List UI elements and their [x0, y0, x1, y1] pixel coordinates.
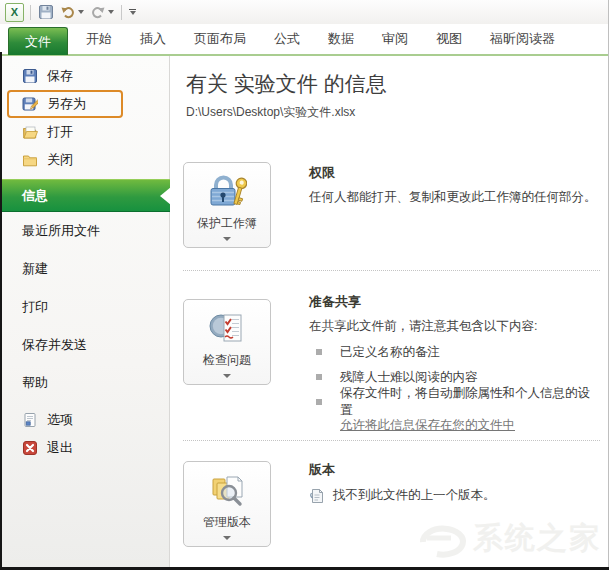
caret-down-icon	[223, 374, 231, 378]
undo-button[interactable]	[59, 2, 85, 22]
undo-dropdown-caret-icon[interactable]	[78, 10, 84, 14]
excel-app-icon: X	[5, 3, 24, 22]
section-heading: 权限	[309, 164, 597, 182]
tab-home[interactable]: 开始	[72, 24, 126, 54]
sidebar-item-label: 最近所用文件	[22, 222, 100, 240]
sidebar-item-label: 打印	[22, 298, 48, 316]
protect-workbook-button[interactable]: 保护工作簿	[183, 162, 271, 248]
button-label: 检查问题	[203, 352, 251, 369]
section-permissions: 保护工作簿 权限 任何人都能打开、复制和更改此工作簿的任何部分。	[183, 158, 600, 270]
sidebar-item-options[interactable]: 选项	[0, 406, 169, 434]
redo-button[interactable]	[89, 2, 115, 22]
sidebar-item-print[interactable]: 打印	[0, 288, 169, 326]
backstage-sidebar: 保存 另存为 打开	[0, 56, 170, 567]
sidebar-item-save[interactable]: 保存	[0, 62, 169, 90]
button-label: 管理版本	[203, 514, 251, 531]
save-icon	[38, 4, 54, 20]
customize-qat-button[interactable]	[128, 2, 137, 22]
sidebar-item-label: 选项	[47, 411, 73, 429]
tab-foxit-reader[interactable]: 福昕阅读器	[476, 24, 569, 54]
tab-review[interactable]: 审阅	[368, 24, 422, 54]
sidebar-item-save-and-send[interactable]: 保存并发送	[0, 326, 169, 364]
list-item-text: 残障人士难以阅读的内容	[340, 369, 478, 386]
caret-down-icon	[223, 536, 231, 540]
sidebar-item-new[interactable]: 新建	[0, 250, 169, 288]
backstage-info-pane: 有关 实验文件 的信息 D:\Users\Desktop\实验文件.xlsx	[171, 56, 608, 567]
manage-versions-button[interactable]: 管理版本	[183, 461, 271, 547]
title-bar: X	[0, 0, 609, 24]
version-file-icon	[309, 488, 325, 504]
tab-view[interactable]: 视图	[422, 24, 476, 54]
sidebar-item-help[interactable]: 帮助	[0, 364, 169, 402]
sidebar-item-info-selected[interactable]: 信息	[0, 179, 170, 212]
file-path: D:\Users\Desktop\实验文件.xlsx	[186, 104, 355, 121]
list-item: 保存文件时，将自动删除属性和个人信息的设置	[309, 390, 600, 415]
page-title: 有关 实验文件 的信息	[186, 70, 387, 98]
ribbon-tab-bar: 文件 开始 插入 页面布局 公式 数据 审阅 视图 福昕阅读器	[0, 24, 609, 56]
section-description: 任何人都能打开、复制和更改此工作簿的任何部分。	[309, 188, 597, 207]
sidebar-item-label: 关闭	[47, 151, 73, 169]
save-as-icon	[22, 96, 38, 112]
exit-icon	[22, 440, 38, 456]
sidebar-item-exit[interactable]: 退出	[0, 434, 169, 462]
redo-icon	[90, 4, 106, 20]
sidebar-item-label: 保存	[47, 67, 73, 85]
quick-access-toolbar: X	[0, 0, 609, 24]
sidebar-item-label: 退出	[47, 439, 73, 457]
selected-arrow-icon	[160, 187, 171, 205]
list-item-text: 保存文件时，将自动删除属性和个人信息的设置	[340, 385, 600, 419]
redo-dropdown-caret-icon[interactable]	[108, 10, 114, 14]
toolbar-separator	[30, 5, 31, 20]
allow-save-info-link[interactable]: 允许将此信息保存在您的文件中	[340, 417, 515, 434]
sidebar-item-label: 信息	[22, 187, 48, 205]
versions-icon	[207, 471, 247, 511]
section-heading: 准备共享	[309, 293, 600, 311]
sidebar-item-label: 新建	[22, 260, 48, 278]
version-status-row: 找不到此文件的上一个版本。	[309, 487, 496, 504]
options-icon	[22, 412, 38, 428]
sidebar-item-recent[interactable]: 最近所用文件	[0, 212, 169, 250]
check-for-issues-button[interactable]: 检查问题	[183, 299, 271, 385]
bullet-icon	[316, 349, 322, 355]
sidebar-item-label: 保存并发送	[22, 336, 87, 354]
tab-formulas[interactable]: 公式	[260, 24, 314, 54]
window-left-edge	[0, 52, 2, 570]
sidebar-item-label: 另存为	[47, 95, 86, 113]
tab-insert[interactable]: 插入	[126, 24, 180, 54]
inspect-document-icon	[207, 309, 247, 349]
qat-menu-icon	[129, 9, 136, 16]
tab-data[interactable]: 数据	[314, 24, 368, 54]
open-folder-icon	[22, 124, 38, 140]
sidebar-item-label: 打开	[47, 123, 73, 141]
section-versions: 管理版本 版本 找不到此文件的上一个版本。	[183, 440, 600, 547]
caret-down-icon	[223, 237, 231, 241]
quick-save-button[interactable]	[37, 2, 55, 22]
version-status-text: 找不到此文件的上一个版本。	[333, 487, 496, 504]
sidebar-item-label: 帮助	[22, 374, 48, 392]
toolbar-separator	[121, 5, 122, 20]
section-heading: 版本	[309, 461, 496, 479]
list-item: 已定义名称的备注	[309, 340, 600, 365]
sidebar-item-close[interactable]: 关闭	[0, 146, 169, 174]
button-label: 保护工作簿	[197, 215, 257, 232]
sharing-issues-list: 已定义名称的备注 残障人士难以阅读的内容 保存文件时，将自动删除属性和个人信息的…	[309, 340, 600, 415]
lock-key-icon	[207, 172, 247, 212]
undo-icon	[60, 4, 76, 20]
bullet-icon	[316, 374, 322, 380]
save-disk-icon	[22, 68, 38, 84]
bullet-icon	[316, 399, 322, 405]
closed-folder-icon	[22, 152, 38, 168]
list-item-text: 已定义名称的备注	[340, 344, 440, 361]
section-description: 在共享此文件前，请注意其包含以下内容:	[309, 317, 600, 336]
tab-file[interactable]: 文件	[8, 27, 68, 55]
section-prepare-sharing: 检查问题 准备共享 在共享此文件前，请注意其包含以下内容: 已定义名称的备注 残…	[183, 270, 600, 440]
tab-page-layout[interactable]: 页面布局	[180, 24, 260, 54]
sidebar-item-open[interactable]: 打开	[0, 118, 169, 146]
sidebar-item-save-as[interactable]: 另存为	[0, 90, 169, 118]
